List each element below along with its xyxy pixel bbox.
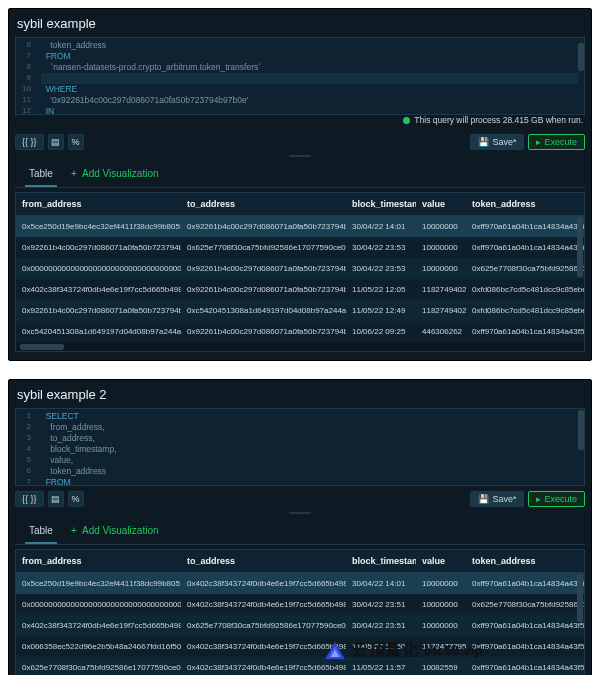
column-header[interactable]: token_address bbox=[466, 193, 584, 215]
cell-token-address: 0xff970a61a04b1ca14834a43f5de4 bbox=[466, 216, 584, 237]
cell-timestamp: 30/04/22 23:53 bbox=[346, 258, 416, 279]
cell-to-address: 0x402c38f343724f0db4e6e19f7cc5d665b4981c… bbox=[181, 573, 346, 594]
cell-timestamp: 30/04/22 23:53 bbox=[346, 237, 416, 258]
table-row[interactable]: 0x402c38f343724f0db4e6e19f7cc5d665b4981c… bbox=[16, 615, 584, 636]
column-header[interactable]: to_address bbox=[181, 193, 346, 215]
cell-from-address: 0x066358ec522d96e2b5b48a24667fdd16f50833… bbox=[16, 636, 181, 657]
editor-scrollbar[interactable] bbox=[577, 408, 585, 486]
cell-value: 10000000 bbox=[416, 594, 466, 615]
table-row[interactable]: 0x5ce250d19e9bc4ec32ef4411f38dc99b80519c… bbox=[16, 216, 584, 237]
cell-to-address: 0x92261b4c00c297d086071a0fa50b723794b97b… bbox=[181, 321, 346, 342]
table-header: from_addressto_addressblock_timestampval… bbox=[16, 193, 584, 216]
cell-value: 446306262 bbox=[416, 321, 466, 342]
cell-from-address: 0x402c38f343724f0db4e6e19f7cc5d665b4981c… bbox=[16, 615, 181, 636]
expand-button[interactable]: % bbox=[68, 134, 84, 150]
cell-timestamp: 30/04/22 14:01 bbox=[346, 573, 416, 594]
cell-to-address: 0x625e7708f30ca75bfd92586e17077590ce0b4c… bbox=[181, 237, 346, 258]
cell-token-address: 0xff970a61a04b1ca14834a43f5de4 bbox=[466, 321, 584, 342]
tab-add-visualization[interactable]: + Add Visualization bbox=[67, 164, 163, 187]
toolbar: {{ }}▤%💾Save*▸Execute bbox=[9, 486, 591, 511]
column-header[interactable]: from_address bbox=[16, 193, 181, 215]
watermark-url: btc58.vip bbox=[424, 643, 483, 658]
cell-timestamp: 30/04/22 23:51 bbox=[346, 615, 416, 636]
column-header[interactable]: block_timestamp bbox=[346, 193, 416, 215]
cell-from-address: 0x5ce250d19e9bc4ec32ef4411f38dc99b80519c… bbox=[16, 573, 181, 594]
table-row[interactable]: 0xc5420451308a1d649197d04d08b97a244aa3d0… bbox=[16, 321, 584, 342]
line-gutter: 6789101112131415 bbox=[16, 38, 35, 114]
save-button[interactable]: 💾Save* bbox=[470, 491, 524, 507]
play-icon: ▸ bbox=[536, 494, 541, 504]
column-header[interactable]: block_timestamp bbox=[346, 550, 416, 572]
plus-icon: + bbox=[71, 168, 77, 179]
cell-token-address: 0x625e7708f30ca75bfd92586e1707 bbox=[466, 594, 584, 615]
cell-to-address: 0x92261b4c00c297d086071a0fa50b723794b97b… bbox=[181, 258, 346, 279]
cell-value: 10000000 bbox=[416, 573, 466, 594]
column-header[interactable]: from_address bbox=[16, 550, 181, 572]
table-row[interactable]: 0x92261b4c00c297d086071a0fa50b723794b97b… bbox=[16, 300, 584, 321]
table-row[interactable]: 0x00000000000000000000000000000000000000… bbox=[16, 258, 584, 279]
v-scrollbar[interactable] bbox=[576, 215, 584, 342]
cell-token-address: 0xff970a61a04b1ca14834a43f5de4 bbox=[466, 615, 584, 636]
cell-timestamp: 10/06/22 09:25 bbox=[346, 321, 416, 342]
editor-scrollbar[interactable] bbox=[577, 37, 585, 115]
sql-editor[interactable]: 6789101112131415 token_address FROM `nan… bbox=[15, 37, 585, 115]
cell-from-address: 0xc5420451308a1d649197d04d08b97a244aa3d0… bbox=[16, 321, 181, 342]
cell-value: 1182749402 bbox=[416, 279, 466, 300]
h-scrollbar[interactable] bbox=[16, 342, 584, 351]
cell-timestamp: 11/05/22 12:49 bbox=[346, 300, 416, 321]
query-card: sybil example 21234567891011 SELECT from… bbox=[8, 379, 592, 675]
execute-button[interactable]: ▸Execute bbox=[528, 491, 585, 507]
params-button[interactable]: {{ }} bbox=[15, 134, 44, 150]
table-row[interactable]: 0x402c38f343724f0db4e6e19f7cc5d665b4981c… bbox=[16, 279, 584, 300]
code-area[interactable]: token_address FROM `nansen-datasets-prod… bbox=[35, 38, 584, 114]
line-gutter: 1234567891011 bbox=[16, 409, 35, 485]
table-row[interactable]: 0x066358ec522d96e2b5b48a24667fdd16f50833… bbox=[16, 636, 584, 657]
table-row[interactable]: 0x625e7708f30ca75bfd92586e17077590ce0b4c… bbox=[16, 657, 584, 675]
save-icon: 💾 bbox=[478, 137, 489, 147]
cell-to-address: 0xc5420451308a1d649197d04d08b97a244aa3d0… bbox=[181, 300, 346, 321]
tab-table[interactable]: Table bbox=[25, 164, 57, 187]
column-header[interactable]: token_address bbox=[466, 550, 584, 572]
plus-icon: + bbox=[71, 525, 77, 536]
column-header[interactable]: value bbox=[416, 193, 466, 215]
watermark-logo-icon bbox=[324, 641, 346, 661]
play-icon: ▸ bbox=[536, 137, 541, 147]
status-text: This query will process 28.415 GB when r… bbox=[414, 115, 583, 125]
watermark: 云顶量化 btc58.vip bbox=[320, 638, 487, 663]
query-card: sybil example6789101112131415 token_addr… bbox=[8, 8, 592, 361]
cell-value: 10000000 bbox=[416, 258, 466, 279]
results-table: from_addressto_addressblock_timestampval… bbox=[15, 192, 585, 352]
column-header[interactable]: value bbox=[416, 550, 466, 572]
card-title: sybil example 2 bbox=[9, 380, 591, 408]
cell-from-address: 0x625e7708f30ca75bfd92586e17077590ce0b4c… bbox=[16, 657, 181, 675]
cell-to-address: 0x92261b4c00c297d086071a0fa50b723794b97b… bbox=[181, 216, 346, 237]
cell-token-address: 0xff970a61a04b1ca14834a43f5de4 bbox=[466, 573, 584, 594]
cell-from-address: 0x92261b4c00c297d086071a0fa50b723794b97b… bbox=[16, 300, 181, 321]
format-button[interactable]: ▤ bbox=[48, 491, 64, 507]
cell-timestamp: 30/04/22 14:01 bbox=[346, 216, 416, 237]
cell-from-address: 0x5ce250d19e9bc4ec32ef4411f38dc99b80519c… bbox=[16, 216, 181, 237]
cell-value: 1182749402 bbox=[416, 300, 466, 321]
code-area[interactable]: SELECT from_address, to_address, block_t… bbox=[35, 409, 584, 485]
expand-button[interactable]: % bbox=[68, 491, 84, 507]
table-row[interactable]: 0x5ce250d19e9bc4ec32ef4411f38dc99b80519c… bbox=[16, 573, 584, 594]
sql-editor[interactable]: 1234567891011 SELECT from_address, to_ad… bbox=[15, 408, 585, 486]
save-button[interactable]: 💾Save* bbox=[470, 134, 524, 150]
results-table: from_addressto_addressblock_timestampval… bbox=[15, 549, 585, 675]
cell-timestamp: 11/05/22 12:05 bbox=[346, 279, 416, 300]
v-scrollbar[interactable] bbox=[576, 572, 584, 675]
column-header[interactable]: to_address bbox=[181, 550, 346, 572]
cell-value: 10000000 bbox=[416, 216, 466, 237]
format-button[interactable]: ▤ bbox=[48, 134, 64, 150]
table-row[interactable]: 0x00000000000000000000000000000000000000… bbox=[16, 594, 584, 615]
card-title: sybil example bbox=[9, 9, 591, 37]
cell-token-address: 0x625e7708f30ca75bfd92586e1707 bbox=[466, 258, 584, 279]
tab-table[interactable]: Table bbox=[25, 521, 57, 544]
toolbar: {{ }}▤%💾Save*▸Execute bbox=[9, 129, 591, 154]
tab-add-visualization[interactable]: + Add Visualization bbox=[67, 521, 163, 544]
table-row[interactable]: 0x92261b4c00c297d086071a0fa50b723794b97b… bbox=[16, 237, 584, 258]
cell-from-address: 0x00000000000000000000000000000000000000… bbox=[16, 258, 181, 279]
params-button[interactable]: {{ }} bbox=[15, 491, 44, 507]
execute-button[interactable]: ▸Execute bbox=[528, 134, 585, 150]
status-row: This query will process 28.415 GB when r… bbox=[9, 115, 591, 129]
